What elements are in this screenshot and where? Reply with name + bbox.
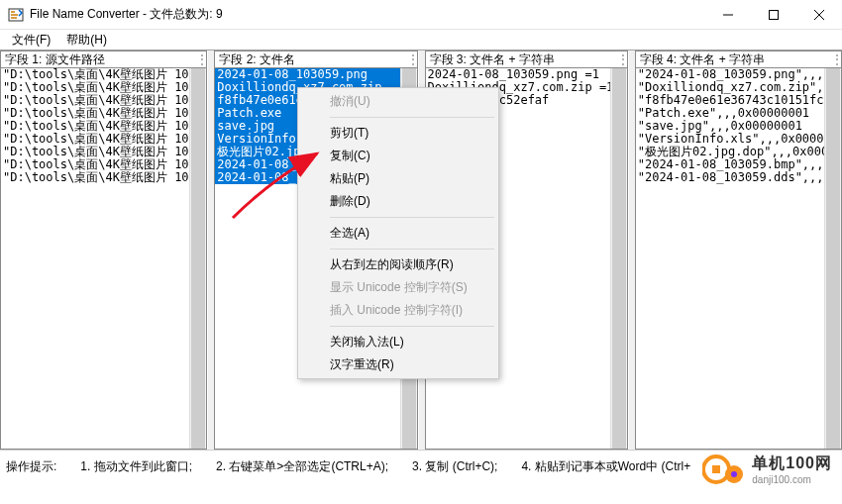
column-3-header[interactable]: 字段 3: 文件名 + 字符串 ⋮	[425, 50, 628, 68]
ctx-rtl[interactable]: 从右到左的阅读顺序(R)	[300, 253, 496, 276]
ctx-copy[interactable]: 复制(C)	[300, 145, 496, 167]
column-4-scrollbar[interactable]	[824, 68, 841, 449]
column-1: 字段 1: 源文件路径 ⋮ "D:\tools\桌面\4K壁纸图片 1080P"…	[0, 50, 208, 450]
ctx-cut[interactable]: 剪切(T)	[300, 122, 496, 145]
hint-3: 3. 复制 (Ctrl+C);	[412, 458, 497, 475]
close-button[interactable]	[796, 0, 842, 30]
menu-help[interactable]: 帮助(H)	[60, 31, 113, 50]
ctx-separator	[330, 117, 494, 118]
watermark: 单机100网 danji100.com	[702, 453, 832, 486]
column-2-header[interactable]: 字段 2: 文件名 ⋮	[214, 50, 417, 68]
ctx-separator	[330, 326, 494, 327]
header-grip-icon: ⋮	[407, 51, 417, 67]
window-title: File Name Converter - 文件总数为: 9	[30, 6, 705, 23]
watermark-icon	[702, 453, 746, 486]
column-4-header[interactable]: 字段 4: 文件名 + 字符串 ⋮	[635, 50, 842, 68]
column-1-header-label: 字段 1: 源文件路径	[5, 51, 105, 67]
column-1-header[interactable]: 字段 1: 源文件路径 ⋮	[0, 50, 207, 68]
maximize-button[interactable]	[751, 0, 796, 30]
ctx-paste[interactable]: 粘贴(P)	[300, 167, 496, 190]
column-4-header-label: 字段 4: 文件名 + 字符串	[640, 51, 765, 67]
ctx-close-ime[interactable]: 关闭输入法(L)	[300, 331, 496, 353]
column-3-header-label: 字段 3: 文件名 + 字符串	[430, 51, 555, 67]
hint-2: 2. 右键菜单>全部选定(CTRL+A);	[216, 458, 388, 475]
column-1-list[interactable]: "D:\tools\桌面\4K壁纸图片 1080P"D:\tools\桌面\4K…	[1, 68, 189, 184]
ctx-select-all[interactable]: 全选(A)	[300, 222, 496, 245]
context-menu: 撤消(U) 剪切(T) 复制(C) 粘贴(P) 删除(D) 全选(A) 从右到左…	[297, 87, 499, 379]
hint-prefix: 操作提示:	[6, 458, 56, 475]
ctx-separator	[330, 217, 494, 218]
menu-file[interactable]: 文件(F)	[6, 31, 56, 50]
menu-bar: 文件(F) 帮助(H)	[0, 30, 842, 50]
svg-rect-8	[712, 465, 720, 473]
column-1-scrollbar[interactable]	[189, 68, 206, 449]
watermark-text: 单机100网	[752, 454, 832, 474]
column-2-header-label: 字段 2: 文件名	[219, 51, 295, 67]
ctx-hanzi[interactable]: 汉字重选(R)	[300, 353, 496, 376]
column-3-scrollbar[interactable]	[610, 68, 627, 449]
header-grip-icon: ⋮	[617, 51, 627, 67]
column-1-body[interactable]: "D:\tools\桌面\4K壁纸图片 1080P"D:\tools\桌面\4K…	[0, 68, 207, 450]
svg-point-7	[731, 471, 737, 477]
header-grip-icon: ⋮	[196, 51, 206, 67]
app-icon	[8, 7, 24, 23]
list-item[interactable]: "2024-01-08_103059.dds",,,0x000	[636, 171, 824, 184]
minimize-button[interactable]	[705, 0, 751, 30]
ctx-undo: 撤消(U)	[300, 90, 496, 113]
ctx-separator	[330, 249, 494, 250]
header-grip-icon: ⋮	[831, 51, 841, 67]
list-item[interactable]: "D:\tools\桌面\4K壁纸图片 1080P	[1, 171, 189, 184]
hint-1: 1. 拖动文件到此窗口;	[80, 458, 192, 475]
column-4-list[interactable]: "2024-01-08_103059.png",,,0x000"Doxillio…	[636, 68, 824, 184]
ctx-insert-unicode: 插入 Unicode 控制字符(I)	[300, 299, 496, 322]
svg-rect-2	[770, 10, 779, 19]
column-4: 字段 4: 文件名 + 字符串 ⋮ "2024-01-08_103059.png…	[635, 50, 842, 450]
column-4-body[interactable]: "2024-01-08_103059.png",,,0x000"Doxillio…	[635, 68, 842, 450]
ctx-show-unicode: 显示 Unicode 控制字符(S)	[300, 276, 496, 299]
hint-4: 4. 粘贴到记事本或Word中 (Ctrl+	[521, 458, 690, 475]
title-bar: File Name Converter - 文件总数为: 9	[0, 0, 842, 30]
ctx-delete[interactable]: 删除(D)	[300, 190, 496, 213]
watermark-sub: danji100.com	[752, 474, 832, 485]
